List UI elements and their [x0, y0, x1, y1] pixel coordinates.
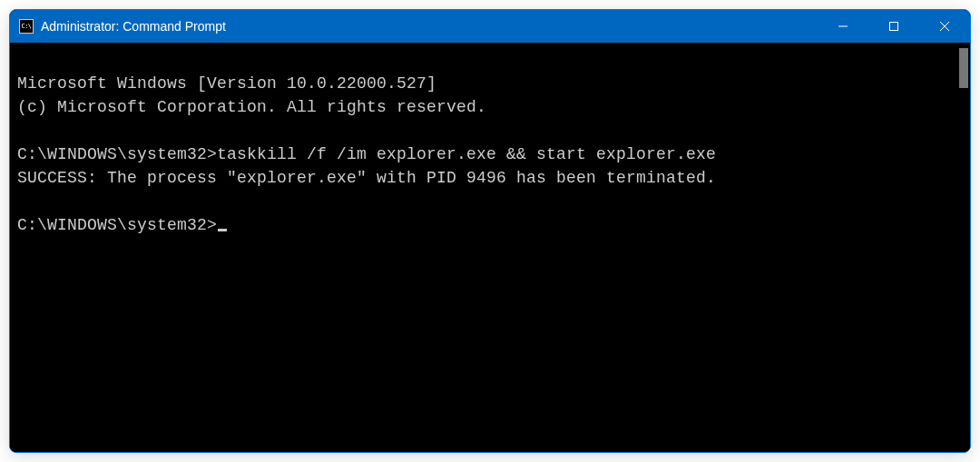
scrollbar-track[interactable] — [954, 43, 970, 452]
maximize-button[interactable] — [868, 10, 919, 43]
window-controls — [818, 10, 970, 43]
cmd-icon: C:\ — [19, 19, 34, 34]
terminal-output[interactable]: Microsoft Windows [Version 10.0.22000.52… — [10, 43, 954, 452]
minimize-icon — [838, 21, 848, 32]
close-button[interactable] — [919, 10, 970, 43]
terminal-container: Microsoft Windows [Version 10.0.22000.52… — [10, 43, 970, 452]
minimize-button[interactable] — [818, 10, 868, 43]
cursor — [218, 229, 227, 231]
terminal-line: C:\WINDOWS\system32>taskkill /f /im expl… — [17, 145, 716, 163]
terminal-line: Microsoft Windows [Version 10.0.22000.52… — [17, 74, 436, 93]
close-icon — [939, 21, 950, 32]
command-prompt-window: C:\ Administrator: Command Prompt — [9, 9, 971, 453]
scrollbar-thumb[interactable] — [959, 48, 968, 88]
terminal-line: (c) Microsoft Corporation. All rights re… — [17, 98, 486, 116]
maximize-icon — [888, 21, 899, 32]
svg-rect-1 — [890, 23, 898, 31]
terminal-line: SUCCESS: The process "explorer.exe" with… — [17, 169, 716, 187]
terminal-prompt: C:\WINDOWS\system32> — [17, 216, 227, 234]
window-title: Administrator: Command Prompt — [41, 19, 226, 34]
titlebar[interactable]: C:\ Administrator: Command Prompt — [10, 10, 970, 43]
